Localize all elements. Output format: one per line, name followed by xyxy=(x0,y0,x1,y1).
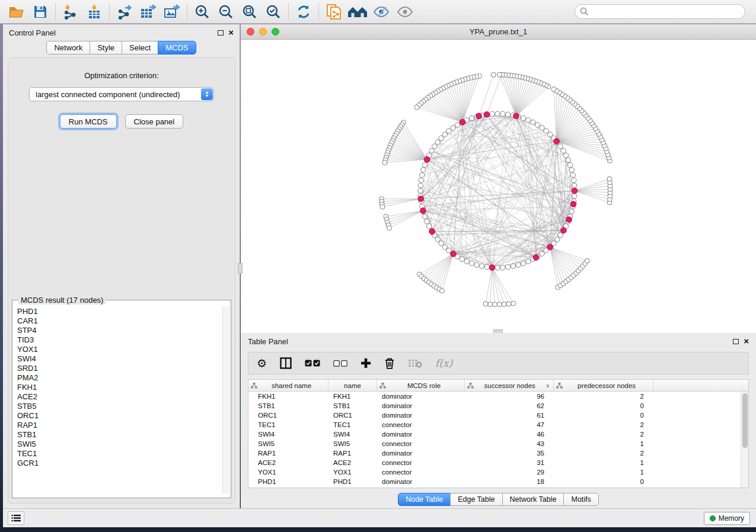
table-row[interactable]: SWI5SWI5connector431 xyxy=(248,439,741,448)
mcds-result-item[interactable]: TEC1 xyxy=(17,449,222,459)
mcds-result-item[interactable]: ACE2 xyxy=(17,392,222,402)
column-visibility-icon[interactable] xyxy=(280,357,292,369)
table-cell[interactable]: 0 xyxy=(554,412,653,419)
mcds-result-item[interactable]: PHD1 xyxy=(17,307,222,316)
table-scrollbar[interactable] xyxy=(741,392,748,488)
show-eye-icon[interactable] xyxy=(393,2,417,22)
table-cell[interactable]: ORC1 xyxy=(248,412,328,419)
column-header-shared-name[interactable]: shared name xyxy=(248,380,328,391)
mcds-result-item[interactable]: PMA2 xyxy=(17,373,222,383)
table-row[interactable]: STB1STB1dominator620 xyxy=(248,401,741,411)
tab-network[interactable]: Network xyxy=(46,41,90,55)
table-cell[interactable]: 96 xyxy=(465,393,554,400)
hide-details-eye-slash-icon[interactable] xyxy=(369,2,393,22)
zoom-fit-icon[interactable] xyxy=(238,2,261,22)
table-row[interactable]: ORC1ORC1dominator610 xyxy=(248,411,741,420)
float-panel-icon[interactable] xyxy=(218,30,224,36)
table-cell[interactable]: 1 xyxy=(554,469,653,476)
zoom-selected-icon[interactable] xyxy=(261,2,285,22)
import-table-icon[interactable] xyxy=(82,2,106,22)
zoom-out-icon[interactable] xyxy=(214,2,238,22)
table-cell[interactable]: RAP1 xyxy=(248,450,328,457)
table-cell[interactable]: 2 xyxy=(554,421,653,428)
table-cell[interactable]: 47 xyxy=(465,421,554,428)
sort-chevron-icon[interactable]: ∨ xyxy=(546,383,550,389)
save-session-icon[interactable] xyxy=(28,2,52,22)
table-cell[interactable]: 1 xyxy=(554,459,653,466)
tab-node-table[interactable]: Node Table xyxy=(398,493,451,506)
tab-network-table[interactable]: Network Table xyxy=(502,493,564,506)
table-cell[interactable]: ACE2 xyxy=(328,459,377,466)
table-cell[interactable]: dominator xyxy=(377,450,465,457)
table-row[interactable]: ACE2ACE2connector311 xyxy=(248,458,741,467)
run-mcds-button[interactable]: Run MCDS xyxy=(60,114,117,129)
tab-motifs[interactable]: Motifs xyxy=(563,493,598,506)
column-header-successor-nodes[interactable]: successor nodes∨ xyxy=(465,380,554,391)
table-row[interactable]: SWI4SWI4dominator462 xyxy=(248,430,741,439)
table-cell[interactable]: SWI5 xyxy=(248,440,328,447)
table-cell[interactable]: 62 xyxy=(465,402,554,409)
duplicate-network-icon[interactable] xyxy=(322,2,346,22)
network-canvas[interactable] xyxy=(241,40,756,332)
table-cell[interactable]: SWI5 xyxy=(328,440,377,447)
table-cell[interactable]: PHD1 xyxy=(328,478,377,485)
table-cell[interactable]: YOX1 xyxy=(328,469,377,476)
column-header-name[interactable]: name xyxy=(328,380,377,391)
table-cell[interactable]: dominator xyxy=(377,478,465,485)
export-image-icon[interactable] xyxy=(160,2,184,22)
delete-column-trash-icon[interactable] xyxy=(384,357,395,369)
add-column-plus-icon[interactable] xyxy=(361,358,371,368)
mcds-result-item[interactable]: SRD1 xyxy=(17,364,222,373)
table-cell[interactable]: TEC1 xyxy=(248,421,328,428)
table-cell[interactable]: connector xyxy=(377,421,465,428)
tab-select[interactable]: Select xyxy=(122,41,158,55)
deselect-all-checks-icon[interactable] xyxy=(333,360,347,367)
table-cell[interactable]: 0 xyxy=(554,478,653,485)
table-cell[interactable]: YOX1 xyxy=(248,469,328,476)
table-cell[interactable]: connector xyxy=(377,440,465,447)
table-cell[interactable]: ACE2 xyxy=(248,459,328,466)
table-scrollbar-thumb[interactable] xyxy=(742,393,748,448)
table-cell[interactable]: 29 xyxy=(465,469,554,476)
mcds-result-item[interactable]: TID3 xyxy=(17,335,222,345)
table-cell[interactable]: RAP1 xyxy=(328,450,377,457)
table-cell[interactable]: STB1 xyxy=(248,402,328,409)
table-cell[interactable]: 2 xyxy=(554,431,653,438)
mcds-result-item[interactable]: SWI5 xyxy=(17,440,222,449)
criterion-select[interactable]: largest connected component (undirected)… xyxy=(29,87,214,101)
table-cell[interactable]: FKH1 xyxy=(328,393,377,400)
mcds-result-item[interactable]: FKH1 xyxy=(17,383,222,392)
search-input[interactable] xyxy=(575,4,745,19)
table-settings-gear-icon[interactable]: ⚙ xyxy=(257,357,267,370)
table-row[interactable]: RAP1RAP1dominator352 xyxy=(248,448,741,458)
table-row[interactable]: YOX1YOX1connector291 xyxy=(248,467,741,477)
close-panel-icon[interactable]: × xyxy=(228,30,234,36)
table-cell[interactable]: dominator xyxy=(377,402,465,409)
mcds-result-item[interactable]: SWI4 xyxy=(17,354,222,364)
table-row[interactable]: FKH1FKH1dominator962 xyxy=(248,392,741,401)
vertical-splitter-handle[interactable] xyxy=(238,263,243,274)
table-cell[interactable]: 0 xyxy=(554,402,653,409)
table-cell[interactable]: 31 xyxy=(465,459,554,466)
mcds-result-item[interactable]: STP4 xyxy=(17,326,222,335)
task-history-button[interactable] xyxy=(8,511,24,525)
mcds-result-item[interactable]: ORC1 xyxy=(17,411,222,421)
select-all-checks-icon[interactable] xyxy=(305,360,320,367)
table-cell[interactable]: 43 xyxy=(465,440,554,447)
mcds-result-item[interactable]: CAR1 xyxy=(17,316,222,326)
mcds-result-item[interactable]: GCR1 xyxy=(17,459,222,468)
export-table-icon[interactable] xyxy=(136,2,160,22)
table-cell[interactable]: TEC1 xyxy=(328,421,377,428)
table-row[interactable]: PHD1PHD1dominator180 xyxy=(248,477,741,486)
zoom-in-icon[interactable] xyxy=(190,2,214,22)
tab-mcds[interactable]: MCDS xyxy=(158,41,196,55)
table-cell[interactable]: 2 xyxy=(554,393,653,400)
mcds-result-scrollbar[interactable] xyxy=(222,306,230,494)
close-panel-button[interactable]: Close panel xyxy=(125,114,184,129)
table-row[interactable]: TEC1TEC1connector472 xyxy=(248,420,741,430)
float-table-panel-icon[interactable] xyxy=(733,339,739,344)
table-cell[interactable]: dominator xyxy=(377,431,465,438)
column-header-MCDS-role[interactable]: MCDS role xyxy=(377,380,465,391)
import-network-icon[interactable] xyxy=(59,2,82,22)
first-neighbors-icon[interactable] xyxy=(346,2,369,22)
